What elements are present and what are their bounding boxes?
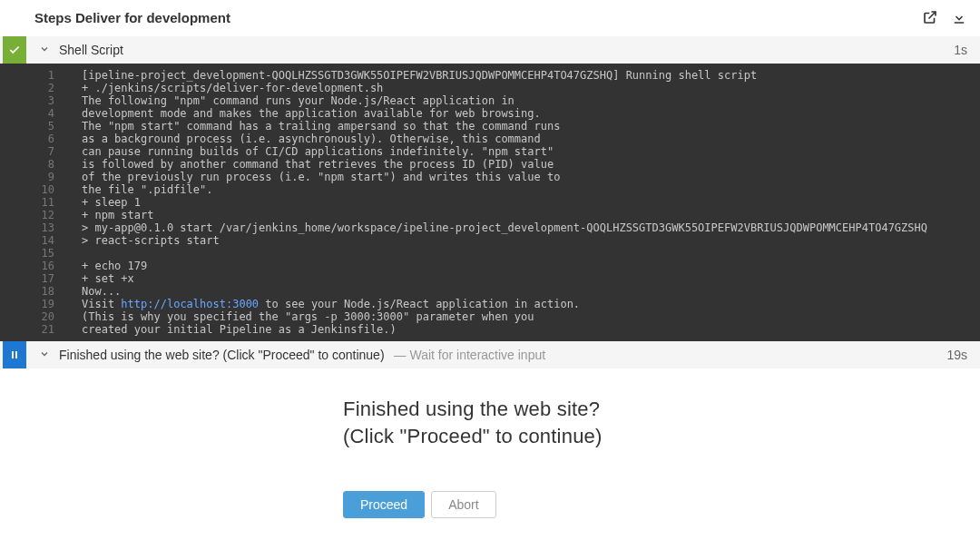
console-line: 11+ sleep 1 — [0, 196, 980, 209]
line-number: 17 — [0, 272, 82, 285]
console-output[interactable]: 1[ipeline-project_development-QOQLHZSSGT… — [0, 64, 980, 341]
line-number: 21 — [0, 323, 82, 336]
line-content: (This is why you specified the "args -p … — [82, 310, 980, 323]
line-content: + npm start — [82, 209, 980, 221]
step-row-shell-script[interactable]: Shell Script 1s — [0, 36, 980, 64]
line-content: + sleep 1 — [82, 196, 980, 209]
line-content: development mode and makes the applicati… — [82, 107, 980, 120]
console-line: 17+ set +x — [0, 272, 980, 285]
prompt-actions: Proceed Abort — [343, 491, 980, 518]
line-number: 1 — [0, 69, 82, 82]
prompt-message: Finished using the web site? (Click "Pro… — [343, 396, 652, 449]
line-number: 10 — [0, 183, 82, 196]
input-prompt-panel: Finished using the web site? (Click "Pro… — [0, 368, 980, 540]
step-row-input-prompt[interactable]: Finished using the web site? (Click "Pro… — [0, 341, 980, 368]
line-content: + echo 179 — [82, 260, 980, 272]
line-number: 12 — [0, 209, 82, 221]
console-line: 20(This is why you specified the "args -… — [0, 310, 980, 323]
console-line: 15 — [0, 247, 980, 260]
proceed-button[interactable]: Proceed — [343, 491, 425, 518]
line-content: Visit http://localhost:3000 to see your … — [82, 298, 980, 310]
download-icon[interactable] — [951, 9, 967, 25]
line-number: 9 — [0, 171, 82, 183]
line-number: 7 — [0, 145, 82, 158]
steps-title: Steps Deliver for development — [34, 10, 230, 25]
line-content: can pause running builds of CI/CD applic… — [82, 145, 980, 158]
console-line: 14> react-scripts start — [0, 234, 980, 247]
abort-button[interactable]: Abort — [431, 491, 495, 518]
line-number: 11 — [0, 196, 82, 209]
console-line: 18Now... — [0, 285, 980, 298]
console-line: 16+ echo 179 — [0, 260, 980, 272]
status-success-icon — [3, 36, 26, 64]
line-content: The following "npm" command runs your No… — [82, 94, 980, 107]
line-content: the file ".pidfile". — [82, 183, 980, 196]
status-paused-icon — [3, 341, 26, 368]
line-number: 20 — [0, 310, 82, 323]
step-name: Shell Script — [59, 43, 123, 57]
line-number: 4 — [0, 107, 82, 120]
console-line: 9of the previously run process (i.e. "np… — [0, 171, 980, 183]
line-content: + set +x — [82, 272, 980, 285]
line-number: 5 — [0, 120, 82, 133]
console-line: 2+ ./jenkins/scripts/deliver-for-develop… — [0, 82, 980, 94]
line-content: > my-app@0.1.0 start /var/jenkins_home/w… — [82, 221, 980, 234]
console-line: 8is followed by another command that ret… — [0, 158, 980, 171]
open-external-icon[interactable] — [922, 9, 938, 25]
line-content: is followed by another command that retr… — [82, 158, 980, 171]
line-content: created your initial Pipeline as a Jenki… — [82, 323, 980, 336]
chevron-down-icon — [39, 347, 52, 363]
line-number: 3 — [0, 94, 82, 107]
line-number: 18 — [0, 285, 82, 298]
line-number: 19 — [0, 298, 82, 310]
line-content: The "npm start" command has a trailing a… — [82, 120, 980, 133]
console-line: 10the file ".pidfile". — [0, 183, 980, 196]
line-content: as a background process (i.e. asynchrono… — [82, 133, 980, 145]
console-line: 13> my-app@0.1.0 start /var/jenkins_home… — [0, 221, 980, 234]
step-duration: 1s — [954, 43, 967, 57]
console-link[interactable]: http://localhost:3000 — [121, 298, 259, 310]
step-name: Finished using the web site? (Click "Pro… — [59, 348, 385, 362]
line-number: 6 — [0, 133, 82, 145]
line-content: [ipeline-project_development-QOQLHZSSGTD… — [82, 69, 980, 82]
console-line: 1[ipeline-project_development-QOQLHZSSGT… — [0, 69, 980, 82]
line-number: 13 — [0, 221, 82, 234]
console-line: 7can pause running builds of CI/CD appli… — [0, 145, 980, 158]
line-content: + ./jenkins/scripts/deliver-for-developm… — [82, 82, 980, 94]
steps-header: Steps Deliver for development — [0, 0, 980, 36]
line-number: 16 — [0, 260, 82, 272]
svg-rect-1 — [15, 351, 17, 358]
console-line: 5The "npm start" command has a trailing … — [0, 120, 980, 133]
svg-rect-0 — [12, 351, 14, 358]
line-content: > react-scripts start — [82, 234, 980, 247]
line-number: 8 — [0, 158, 82, 171]
line-number: 2 — [0, 82, 82, 94]
line-content — [82, 247, 980, 260]
console-line: 4development mode and makes the applicat… — [0, 107, 980, 120]
chevron-down-icon — [39, 42, 52, 58]
line-content: Now... — [82, 285, 980, 298]
line-number: 15 — [0, 247, 82, 260]
step-subtitle: — Wait for interactive input — [394, 348, 947, 362]
console-line: 3The following "npm" command runs your N… — [0, 94, 980, 107]
header-actions — [922, 9, 967, 25]
console-line: 19Visit http://localhost:3000 to see you… — [0, 298, 980, 310]
console-line: 6as a background process (i.e. asynchron… — [0, 133, 980, 145]
line-number: 14 — [0, 234, 82, 247]
console-line: 12+ npm start — [0, 209, 980, 221]
console-line: 21created your initial Pipeline as a Jen… — [0, 323, 980, 336]
step-duration: 19s — [946, 348, 967, 362]
line-content: of the previously run process (i.e. "npm… — [82, 171, 980, 183]
